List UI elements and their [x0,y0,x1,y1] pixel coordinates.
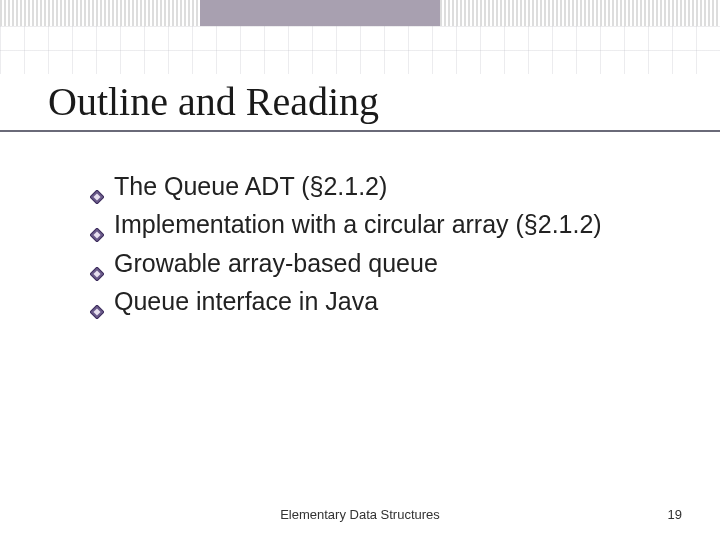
list-item-text: Growable array-based queue [114,249,438,277]
header-solid-block [200,0,440,26]
diamond-bullet-icon [90,177,104,191]
footer-text: Elementary Data Structures [0,507,720,522]
title-underline [0,130,720,132]
diamond-bullet-icon [90,215,104,229]
list-item: The Queue ADT (§2.1.2) [90,168,650,204]
list-item-text: The Queue ADT (§2.1.2) [114,172,387,200]
bullet-list: The Queue ADT (§2.1.2) Implementation wi… [90,168,650,321]
list-item-text: Queue interface in Java [114,287,378,315]
header-grid-pattern [0,26,720,74]
diamond-bullet-icon [90,292,104,306]
list-item: Implementation with a circular array (§2… [90,206,650,242]
list-item: Growable array-based queue [90,245,650,281]
list-item: Queue interface in Java [90,283,650,319]
slide-title: Outline and Reading [48,78,379,125]
list-item-text: Implementation with a circular array (§2… [114,210,602,238]
page-number: 19 [668,507,682,522]
diamond-bullet-icon [90,254,104,268]
